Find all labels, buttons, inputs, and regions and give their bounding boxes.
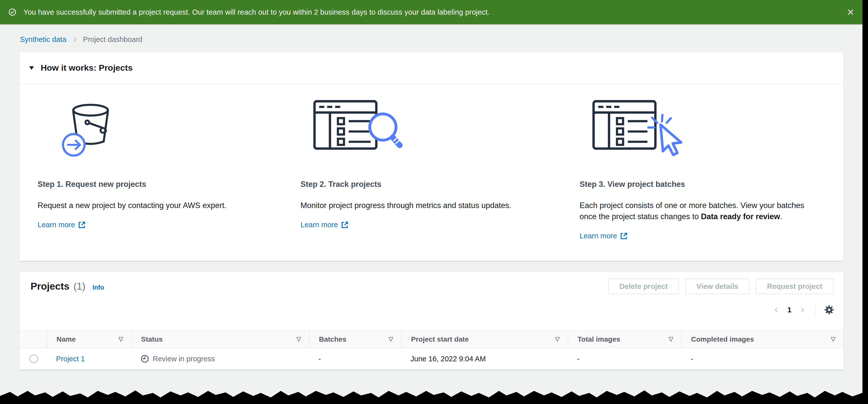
window-list-magnifier-icon	[311, 98, 405, 156]
torn-edge	[0, 389, 863, 404]
banner-message: You have successfully submitted a projec…	[24, 8, 847, 17]
external-link-icon	[78, 221, 86, 229]
column-filter-icon[interactable]	[118, 336, 124, 343]
success-banner: You have successfully submitted a projec…	[0, 0, 863, 24]
column-filter-icon[interactable]	[668, 336, 674, 343]
step-2-learn-more-link[interactable]: Learn more	[301, 221, 348, 229]
row-batches-cell: -	[309, 355, 401, 363]
how-it-works-body: Step 1. Request new projects Request a n…	[20, 84, 843, 261]
step-3-panel: Step 3. View project batches Each projec…	[580, 84, 833, 240]
table-header-row: Name Status Batches	[20, 330, 843, 348]
column-filter-icon[interactable]	[830, 336, 836, 343]
projects-card-header: Projects (1) Info Delete project View de…	[20, 272, 843, 294]
projects-actions: Delete project View details Request proj…	[608, 279, 833, 294]
step-1-title: Step 1. Request new projects	[38, 180, 146, 189]
projects-title-group: Projects (1) Info	[31, 281, 104, 292]
pending-clock-icon	[141, 354, 149, 363]
column-header-total-images: Total images	[568, 331, 681, 348]
step-1-learn-more-link[interactable]: Learn more	[38, 221, 86, 229]
column-filter-icon[interactable]	[554, 336, 561, 343]
step-1-panel: Step 1. Request new projects Request a n…	[38, 84, 301, 240]
row-start-date-cell: June 16, 2022 9:04 AM	[401, 355, 568, 363]
column-header-name: Name	[47, 331, 131, 348]
info-link[interactable]: Info	[93, 284, 104, 291]
main-content: Synthetic data Project dashboard How it …	[0, 35, 863, 370]
breadcrumb-current: Project dashboard	[83, 35, 142, 44]
current-page-number[interactable]: 1	[787, 306, 792, 314]
column-filter-icon[interactable]	[296, 336, 302, 343]
pagination-divider	[815, 303, 816, 317]
settings-gear-icon[interactable]	[823, 304, 835, 316]
pagination: 1	[20, 294, 843, 318]
window-list-cursor-icon	[590, 98, 684, 156]
step-3-learn-more-link[interactable]: Learn more	[580, 232, 627, 240]
breadcrumb-chevron-icon	[71, 36, 79, 44]
selection-column-header	[20, 331, 47, 348]
request-project-button[interactable]: Request project	[756, 279, 833, 294]
projects-title: Projects	[31, 281, 69, 292]
column-header-project-start-date: Project start date	[401, 331, 568, 348]
column-header-batches: Batches	[309, 331, 401, 348]
row-radio-button[interactable]	[30, 354, 38, 363]
step-1-description: Request a new project by contacting your…	[38, 200, 226, 211]
bucket-arrow-icon	[52, 98, 122, 156]
row-completed-images-cell: -	[681, 355, 843, 363]
projects-count: (1)	[73, 281, 86, 292]
how-it-works-title: How it works: Projects	[41, 63, 133, 73]
success-check-circle-icon	[8, 8, 17, 16]
step-3-title: Step 3. View project batches	[580, 180, 685, 189]
screen: You have successfully submitted a projec…	[0, 0, 868, 404]
delete-project-button[interactable]: Delete project	[608, 279, 679, 294]
view-details-button[interactable]: View details	[685, 279, 749, 294]
external-link-icon	[620, 232, 627, 240]
step-2-title: Step 2. Track projects	[301, 180, 381, 189]
row-select-cell	[20, 354, 47, 363]
how-it-works-card: How it works: Projects	[20, 52, 843, 261]
column-header-completed-images: Completed images	[681, 331, 843, 348]
how-it-works-header[interactable]: How it works: Projects	[20, 52, 843, 84]
project-link[interactable]: Project 1	[56, 355, 85, 363]
row-name-cell: Project 1	[47, 355, 131, 363]
column-header-status: Status	[131, 331, 309, 348]
step-2-panel: Step 2. Track projects Monitor project p…	[301, 84, 580, 240]
next-page-icon[interactable]	[798, 306, 807, 314]
projects-table: Name Status Batches	[20, 330, 843, 370]
projects-card: Projects (1) Info Delete project View de…	[20, 272, 843, 370]
breadcrumb-link-synthetic-data[interactable]: Synthetic data	[20, 35, 66, 44]
step-3-description: Each project consists of one or more bat…	[580, 200, 822, 222]
column-filter-icon[interactable]	[388, 336, 394, 343]
close-icon[interactable]	[847, 8, 855, 16]
app-viewport: You have successfully submitted a projec…	[0, 0, 863, 404]
status-text: Review in progress	[153, 355, 215, 363]
breadcrumb: Synthetic data Project dashboard	[20, 35, 843, 44]
external-link-icon	[341, 221, 348, 229]
previous-page-icon[interactable]	[772, 306, 781, 314]
table-row: Project 1 Review in progress - June 16, …	[20, 348, 843, 370]
row-status-cell: Review in progress	[131, 354, 309, 363]
expander-caret-icon	[29, 65, 35, 70]
row-total-images-cell: -	[568, 355, 681, 363]
step-2-description: Monitor project progress through metrics…	[301, 200, 512, 211]
